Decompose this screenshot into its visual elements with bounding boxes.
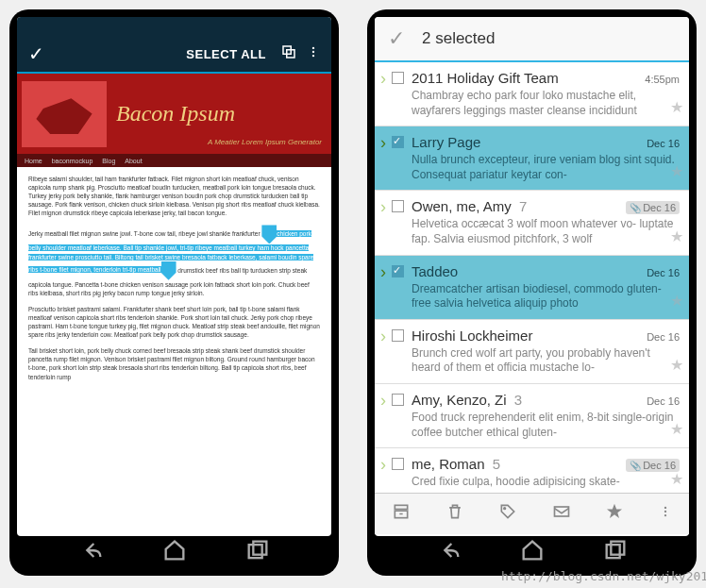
star-icon[interactable] — [605, 502, 624, 526]
email-date: 4:55pm — [645, 74, 680, 85]
thread-count: 3 — [511, 392, 523, 408]
email-checkbox[interactable] — [392, 265, 404, 277]
phone-right: ✓ 2 selected › 2011 Holiday Gift Team 4:… — [367, 9, 697, 576]
chevron-icon: › — [380, 263, 386, 311]
back-button[interactable] — [436, 537, 462, 567]
select-all-button[interactable]: SELECT ALL — [186, 47, 266, 61]
email-sender: me, Roman — [412, 456, 485, 472]
email-preview: Chambray echo park four loko mustache el… — [412, 89, 680, 118]
star-icon[interactable]: ★ — [670, 420, 683, 438]
home-button[interactable] — [519, 537, 546, 567]
paragraph-1: Ribeye salami shoulder, tail ham frankfu… — [28, 175, 320, 217]
attachment-icon: 📎 — [630, 461, 641, 471]
email-sender: Larry Page — [412, 134, 480, 150]
site-tagline: A Meatier Lorem Ipsum Generator — [208, 138, 322, 146]
selection-count: 2 selected — [422, 29, 496, 48]
email-item[interactable]: › Hiroshi Lockheimer Dec 16 Brunch cred … — [375, 320, 689, 384]
star-icon[interactable]: ★ — [670, 292, 683, 310]
overflow-icon[interactable] — [307, 43, 320, 64]
back-button[interactable] — [78, 537, 105, 567]
selection-handle-end[interactable] — [161, 261, 176, 280]
mark-unread-icon[interactable] — [552, 502, 571, 526]
email-date: Dec 16 — [647, 395, 680, 407]
nav-mockup[interactable]: baconmockup — [52, 158, 93, 164]
svg-point-13 — [664, 511, 666, 512]
chevron-icon: › — [380, 198, 386, 246]
email-sender: Amy, Kenzo, Zi — [412, 392, 507, 408]
paragraph-2: Jerky meatball filet mignon swine jowl. … — [28, 225, 320, 296]
email-preview: Food truck reprehenderit elit enim, 8-bi… — [412, 411, 680, 440]
email-checkbox[interactable] — [392, 72, 404, 84]
email-sender: 2011 Holiday Gift Team — [412, 70, 559, 86]
email-sender: Owen, me, Amy — [412, 198, 512, 214]
star-icon[interactable]: ★ — [670, 470, 683, 488]
svg-rect-15 — [606, 545, 619, 558]
email-preview: Helvetica occæcat 3 wolf moon whatever v… — [412, 217, 680, 246]
email-sender: Hiroshi Lockheimer — [412, 328, 532, 344]
star-icon[interactable]: ★ — [670, 356, 683, 374]
nav-blog[interactable]: Blog — [102, 158, 115, 164]
star-icon[interactable]: ★ — [670, 162, 683, 180]
selection-handle-start[interactable] — [261, 225, 277, 244]
email-checkbox[interactable] — [392, 200, 404, 212]
archive-icon[interactable] — [392, 502, 411, 526]
email-item[interactable]: › Larry Page Dec 16 Nulla brunch excepte… — [375, 126, 689, 191]
pig-logo — [22, 81, 107, 147]
system-navbar — [9, 536, 339, 568]
nav-about[interactable]: About — [125, 158, 142, 164]
thread-count: 7 — [515, 198, 528, 214]
done-icon[interactable]: ✓ — [388, 26, 405, 51]
star-icon[interactable]: ★ — [670, 227, 683, 245]
system-navbar — [367, 536, 697, 568]
thread-count: 5 — [489, 456, 501, 472]
delete-icon[interactable] — [445, 502, 464, 526]
email-date: Dec 16 — [647, 331, 680, 343]
article-body[interactable]: Ribeye salami shoulder, tail ham frankfu… — [17, 167, 331, 533]
screen-left: ✓ SELECT ALL Bacon Ipsum A Meatier Lorem… — [17, 17, 331, 536]
email-preview: Nulla brunch excepteur, irure veniam blo… — [412, 153, 680, 182]
email-checkbox[interactable] — [392, 329, 404, 342]
chevron-icon: › — [380, 70, 386, 118]
paragraph-4: Tail brisket short loin, pork belly chuc… — [28, 346, 320, 380]
email-sender: Taddeo — [412, 263, 458, 279]
email-item[interactable]: › Amy, Kenzo, Zi 3 Dec 16 Food truck rep… — [375, 384, 689, 448]
chevron-icon: › — [380, 392, 386, 440]
star-icon[interactable]: ★ — [670, 98, 683, 116]
action-bar: ✓ 2 selected — [375, 17, 689, 62]
email-date: Dec 16 — [647, 138, 680, 149]
recents-button[interactable] — [244, 537, 271, 567]
email-preview: Cred fixie culpa, hoodie adipisicing ska… — [412, 475, 680, 490]
bottom-toolbar — [375, 493, 689, 534]
email-checkbox[interactable] — [392, 136, 404, 148]
email-checkbox[interactable] — [392, 458, 404, 470]
svg-rect-5 — [248, 545, 261, 558]
svg-point-4 — [312, 55, 314, 57]
email-preview: Brunch cred wolf art party, you probably… — [412, 346, 680, 376]
email-item[interactable]: › Owen, me, Amy 7 📎Dec 16 Helvetica occæ… — [375, 191, 689, 255]
action-bar: ✓ SELECT ALL — [17, 36, 331, 74]
svg-rect-16 — [611, 542, 624, 555]
labels-icon[interactable] — [498, 502, 517, 526]
email-item[interactable]: › Taddeo Dec 16 Dreamcatcher artisan bio… — [375, 256, 689, 320]
svg-rect-6 — [253, 542, 266, 555]
attachment-icon: 📎 — [630, 203, 641, 213]
email-item[interactable]: › 2011 Holiday Gift Team 4:55pm Chambray… — [375, 62, 689, 126]
recents-button[interactable] — [602, 537, 629, 567]
email-preview: Dreamcatcher artisan biodiesel, commodo … — [412, 282, 680, 311]
email-checkbox[interactable] — [392, 394, 404, 406]
phone-left: ✓ SELECT ALL Bacon Ipsum A Meatier Lorem… — [9, 9, 339, 576]
site-header: Bacon Ipsum A Meatier Lorem Ipsum Genera… — [17, 74, 331, 154]
email-list[interactable]: › 2011 Holiday Gift Team 4:55pm Chambray… — [375, 62, 689, 493]
paragraph-3: Prosciutto brisket pastrami salami. Fran… — [28, 305, 320, 339]
svg-rect-11 — [554, 507, 568, 516]
home-button[interactable] — [161, 537, 188, 567]
email-date: Dec 16 — [647, 267, 680, 278]
email-item[interactable]: › me, Roman 5 📎Dec 16 Cred fixie culpa, … — [375, 448, 689, 493]
email-date: 📎Dec 16 — [626, 202, 680, 213]
done-icon[interactable]: ✓ — [28, 42, 44, 65]
copy-icon[interactable] — [280, 43, 297, 64]
site-nav: Home baconmockup Blog About — [17, 154, 331, 167]
watermark: http://blog.csdn.net/wjky2014 — [501, 569, 706, 583]
nav-home[interactable]: Home — [25, 158, 42, 164]
overflow-icon[interactable] — [659, 502, 672, 526]
